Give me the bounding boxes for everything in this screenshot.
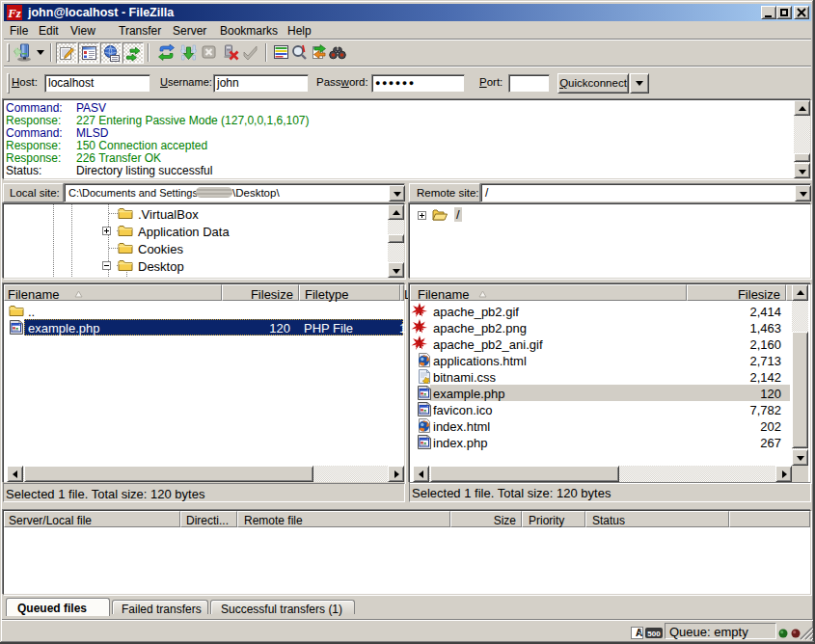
svg-text:A: A — [636, 628, 642, 638]
svg-text:500: 500 — [647, 630, 661, 638]
svg-text:Fz: Fz — [7, 6, 22, 20]
